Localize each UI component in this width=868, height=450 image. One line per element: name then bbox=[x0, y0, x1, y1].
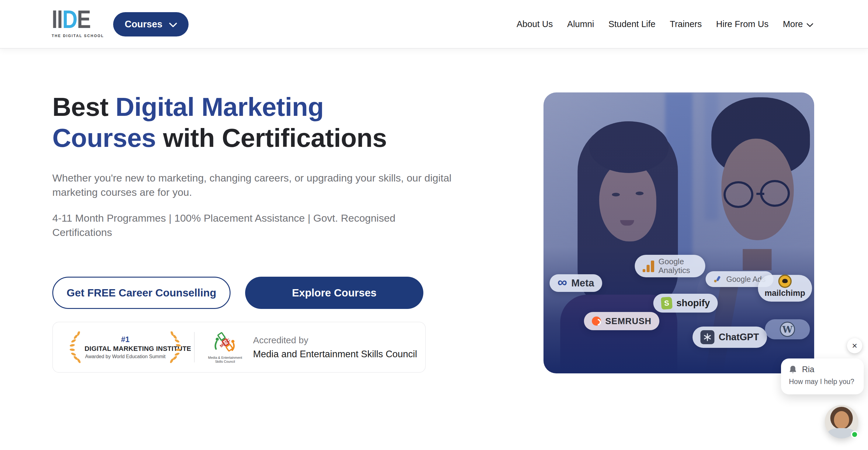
wordpress-icon: W bbox=[780, 322, 795, 337]
shopify-icon: S bbox=[661, 297, 673, 310]
brand-logo-mark: IIDE bbox=[52, 6, 101, 31]
mesc-caption: Media & Entertainment Skills Council bbox=[208, 356, 243, 364]
explore-courses-button[interactable]: Explore Courses bbox=[245, 277, 423, 309]
brand-logo[interactable]: IIDE THE DIGITAL SCHOOL bbox=[52, 6, 113, 38]
google-ads-icon bbox=[713, 276, 722, 283]
nav-item-about-us[interactable]: About Us bbox=[517, 19, 553, 29]
badge-mailchimp: mailchimp bbox=[758, 275, 812, 301]
semrush-icon bbox=[592, 317, 601, 326]
laurel-left-icon bbox=[69, 331, 82, 363]
title-blue-text: Digital Marketing bbox=[116, 92, 323, 121]
badge-label: Meta bbox=[571, 277, 594, 289]
card-divider bbox=[194, 332, 195, 362]
laurel-right-icon bbox=[168, 331, 182, 363]
badge-label: mailchimp bbox=[765, 289, 805, 298]
nav-item-trainers[interactable]: Trainers bbox=[670, 19, 702, 29]
page: IIDE THE DIGITAL SCHOOL Courses About Us… bbox=[0, 0, 868, 450]
hero-description: Whether you're new to marketing, changin… bbox=[52, 171, 454, 199]
online-status-dot bbox=[851, 431, 858, 438]
page-title: Best Digital Marketing Courses with Cert… bbox=[52, 91, 463, 153]
badge-google-analytics: Google Analytics bbox=[635, 255, 705, 277]
accredited-by-label: Accredited by bbox=[253, 335, 417, 345]
nav-item-student-life[interactable]: Student Life bbox=[608, 19, 655, 29]
badge-semrush: SEMRUSH bbox=[584, 312, 659, 330]
mesc-caption-line2: Skills Council bbox=[208, 360, 243, 364]
google-analytics-icon bbox=[643, 260, 654, 272]
bell-icon bbox=[789, 365, 797, 374]
title-blue-text: Courses bbox=[52, 123, 156, 152]
badge-label: Google Analytics bbox=[658, 257, 698, 275]
award-rank: #1 bbox=[85, 335, 166, 344]
chat-agent-name: Ria bbox=[802, 365, 814, 374]
chat-bubble[interactable]: Ria How may I help you? bbox=[781, 358, 864, 394]
mesc-caption-line1: Media & Entertainment bbox=[208, 356, 243, 360]
badge-shopify: S shopify bbox=[653, 294, 718, 313]
chevron-down-icon bbox=[169, 19, 177, 30]
header: IIDE THE DIGITAL SCHOOL Courses About Us… bbox=[0, 0, 868, 49]
badge-meta: ∞ Meta bbox=[550, 274, 602, 292]
logo-letter-d: D bbox=[62, 8, 77, 31]
courses-button-label: Courses bbox=[125, 19, 162, 30]
chat-header-row: Ria bbox=[789, 365, 856, 374]
logo-letter-e: E bbox=[77, 8, 90, 31]
badge-label: ChatGPT bbox=[719, 332, 759, 343]
accreditation-text: Accredited by Media and Entertainment Sk… bbox=[253, 335, 417, 360]
badge-label: shopify bbox=[676, 298, 710, 309]
accreditation-card: #1 DIGITAL MARKETING INSTITUTE Awarded b… bbox=[52, 322, 426, 373]
hero-photo: ∞ Meta Google Analytics Google Ads mailc… bbox=[544, 92, 814, 374]
award-title: DIGITAL MARKETING INSTITUTE bbox=[85, 345, 166, 353]
badge-chatgpt: ChatGPT bbox=[692, 327, 767, 348]
logo-letters-ii: II bbox=[52, 8, 62, 31]
career-counselling-button[interactable]: Get FREE Career Counselling bbox=[52, 277, 230, 309]
chevron-down-icon bbox=[807, 19, 813, 29]
page-title-line2: Courses with Certifications bbox=[52, 122, 463, 153]
courses-dropdown-button[interactable]: Courses bbox=[113, 12, 189, 36]
chat-message: How may I help you? bbox=[789, 378, 856, 386]
cta-row: Get FREE Career Counselling Explore Cour… bbox=[52, 277, 423, 309]
avatar-detail bbox=[834, 411, 849, 429]
mesc-logo: MESC Media & Entertainment Skills Counci… bbox=[208, 331, 243, 364]
nav-item-alumni[interactable]: Alumni bbox=[567, 19, 594, 29]
close-icon: × bbox=[852, 341, 857, 351]
title-dark-text: Best bbox=[52, 92, 116, 121]
chat-close-button[interactable]: × bbox=[847, 338, 862, 353]
mailchimp-icon bbox=[778, 275, 792, 288]
nav-more-label: More bbox=[783, 19, 803, 29]
programme-info: 4-11 Month Programmes | 100% Placement A… bbox=[52, 211, 454, 239]
badge-wordpress: W bbox=[765, 319, 810, 339]
nav-item-more[interactable]: More bbox=[783, 19, 813, 29]
chatgpt-icon bbox=[701, 330, 714, 344]
brand-tagline: THE DIGITAL SCHOOL bbox=[52, 34, 113, 38]
award-subtitle: Awarded by World Education Summit bbox=[85, 354, 166, 359]
main-nav: About Us Alumni Student Life Trainers Hi… bbox=[517, 0, 813, 48]
title-dark-text: with Certifications bbox=[156, 123, 387, 152]
award-text: #1 DIGITAL MARKETING INSTITUTE Awarded b… bbox=[85, 335, 166, 359]
award-badge: #1 DIGITAL MARKETING INSTITUTE Awarded b… bbox=[69, 331, 182, 363]
mesc-logo-icon: MESC bbox=[214, 331, 236, 354]
meta-icon: ∞ bbox=[557, 276, 567, 289]
page-title-line1: Best Digital Marketing bbox=[52, 91, 463, 122]
nav-item-hire-from-us[interactable]: Hire From Us bbox=[716, 19, 769, 29]
badge-label: SEMRUSH bbox=[605, 316, 651, 326]
accredited-by-name: Media and Entertainment Skills Council bbox=[253, 349, 417, 360]
